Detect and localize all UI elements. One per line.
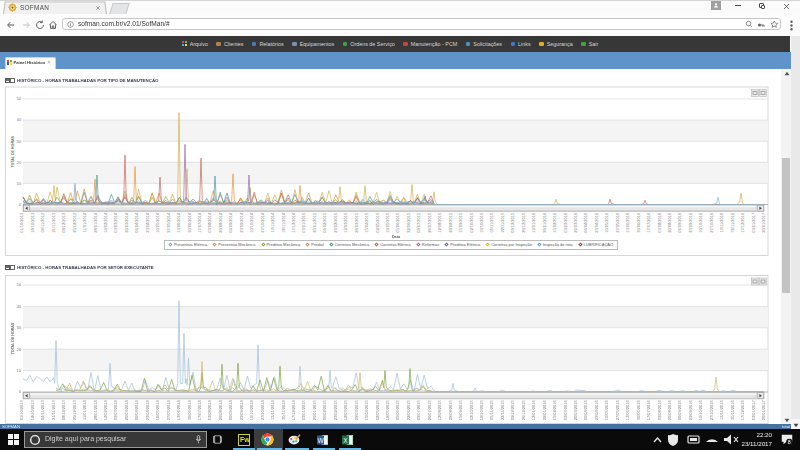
svg-text:12/01/2016: 12/01/2016 — [531, 212, 536, 233]
svg-text:02/05/2015: 02/05/2015 — [375, 400, 380, 421]
svg-text:17/12/2016: 17/12/2016 — [740, 212, 745, 233]
svg-text:22/11/2015: 22/11/2015 — [500, 400, 505, 420]
svg-text:20/08/2014: 20/08/2014 — [218, 400, 223, 421]
svg-text:03/08/2014: 03/08/2014 — [208, 212, 213, 233]
svg-text:20: 20 — [17, 161, 21, 165]
svg-text:20/08/2016: 20/08/2016 — [667, 212, 672, 233]
svg-text:27/10/2014: 27/10/2014 — [260, 212, 265, 233]
svg-text:22/06/2015: 22/06/2015 — [406, 400, 411, 421]
svg-text:17/07/2014: 17/07/2014 — [197, 212, 202, 233]
svg-text:23/04/2016: 23/04/2016 — [594, 212, 599, 233]
svg-text:17/07/2016: 17/07/2016 — [646, 400, 651, 421]
svg-text:27/10/2014: 27/10/2014 — [260, 400, 265, 421]
svg-text:03/01/2017: 03/01/2017 — [751, 400, 756, 421]
svg-text:06/04/2014: 06/04/2014 — [134, 212, 139, 233]
svg-text:20/03/2014: 20/03/2014 — [124, 212, 129, 233]
svg-text:26/12/2015: 26/12/2015 — [521, 400, 526, 421]
svg-text:12/03/2015: 12/03/2015 — [343, 212, 348, 233]
svg-text:30/06/2016: 30/06/2016 — [636, 212, 641, 233]
svg-text:02/10/2015: 02/10/2015 — [469, 212, 474, 233]
svg-text:03/01/2015: 03/01/2015 — [302, 212, 307, 233]
svg-text:03/03/2014: 03/03/2014 — [114, 212, 119, 233]
svg-text:26/07/2015: 26/07/2015 — [427, 212, 432, 233]
svg-text:TOTAL DE HORAS: TOTAL DE HORAS — [11, 135, 15, 167]
svg-text:09/12/2015: 09/12/2015 — [510, 400, 515, 421]
svg-text:27/10/2016: 27/10/2016 — [709, 400, 714, 421]
svg-text:20/03/2016: 20/03/2016 — [573, 400, 578, 421]
svg-text:20/03/2016: 20/03/2016 — [573, 212, 578, 233]
svg-text:10/05/2014: 10/05/2014 — [155, 212, 160, 233]
svg-text:29/08/2015: 29/08/2015 — [448, 400, 453, 421]
svg-text:25/12/2013: 25/12/2013 — [72, 212, 77, 233]
svg-text:29/01/2016: 29/01/2016 — [542, 212, 547, 233]
svg-text:29/03/2015: 29/03/2015 — [354, 212, 359, 233]
svg-text:15/02/2016: 15/02/2016 — [552, 212, 557, 233]
svg-text:27/05/2016: 27/05/2016 — [615, 212, 620, 233]
svg-text:23/09/2014: 23/09/2014 — [239, 400, 244, 421]
svg-text:19/05/2015: 19/05/2015 — [385, 212, 390, 233]
svg-text:20/08/2016: 20/08/2016 — [667, 400, 672, 421]
svg-text:23/09/2016: 23/09/2016 — [688, 400, 693, 421]
svg-text:13/06/2016: 13/06/2016 — [625, 212, 630, 233]
svg-text:09/12/2015: 09/12/2015 — [510, 212, 515, 233]
svg-text:14/02/2014: 14/02/2014 — [103, 400, 108, 421]
svg-text:06/04/2016: 06/04/2016 — [584, 212, 589, 233]
svg-text:15/02/2016: 15/02/2016 — [552, 400, 557, 421]
svg-text:13/11/2016: 13/11/2016 — [719, 400, 724, 420]
svg-text:11/01/2014: 11/01/2014 — [82, 400, 87, 420]
svg-text:06/02/2015: 06/02/2015 — [322, 212, 327, 233]
svg-text:09/07/2015: 09/07/2015 — [416, 212, 421, 233]
svg-text:19/10/2015: 19/10/2015 — [479, 400, 484, 421]
svg-text:8: 8 — [788, 439, 791, 445]
svg-text:15/09/2015: 15/09/2015 — [458, 212, 463, 233]
svg-text:30: 30 — [17, 326, 21, 330]
svg-text:15/04/2015: 15/04/2015 — [364, 212, 369, 233]
svg-text:03/03/2014: 03/03/2014 — [114, 400, 119, 421]
svg-text:18/10/2013: 18/10/2013 — [30, 212, 35, 233]
svg-text:02/05/2015: 02/05/2015 — [375, 212, 380, 233]
svg-text:05/06/2015: 05/06/2015 — [396, 400, 401, 421]
svg-text:25/12/2013: 25/12/2013 — [72, 400, 77, 421]
svg-text:17/07/2014: 17/07/2014 — [197, 400, 202, 421]
svg-text:23/09/2016: 23/09/2016 — [688, 212, 693, 233]
svg-text:08/12/2013: 08/12/2013 — [61, 212, 66, 233]
svg-text:17/12/2014: 17/12/2014 — [291, 400, 296, 421]
svg-text:09/07/2015: 09/07/2015 — [416, 400, 421, 421]
svg-text:27/05/2014: 27/05/2014 — [166, 212, 171, 233]
svg-text:27/05/2016: 27/05/2016 — [615, 400, 620, 421]
svg-text:20: 20 — [17, 348, 21, 352]
svg-text:03/01/2017: 03/01/2017 — [751, 212, 756, 233]
svg-text:30/06/2014: 30/06/2014 — [187, 400, 192, 421]
svg-text:22/06/2015: 22/06/2015 — [406, 212, 411, 233]
svg-text:05/11/2015: 05/11/2015 — [490, 400, 495, 420]
svg-text:26/12/2015: 26/12/2015 — [521, 212, 526, 233]
svg-text:10: 10 — [17, 182, 21, 186]
svg-text:50: 50 — [17, 283, 21, 287]
svg-text:21/11/2013: 21/11/2013 — [51, 212, 56, 232]
svg-text:23/04/2014: 23/04/2014 — [145, 212, 150, 233]
svg-text:30/11/2016: 30/11/2016 — [730, 400, 735, 420]
svg-text:03/01/2015: 03/01/2015 — [302, 400, 307, 421]
svg-text:03/03/2016: 03/03/2016 — [563, 212, 568, 233]
svg-text:17/07/2016: 17/07/2016 — [646, 212, 651, 233]
svg-text:06/09/2014: 06/09/2014 — [228, 212, 233, 233]
svg-text:06/02/2015: 06/02/2015 — [322, 400, 327, 421]
svg-text:03/03/2016: 03/03/2016 — [563, 400, 568, 421]
svg-text:23/04/2016: 23/04/2016 — [594, 400, 599, 421]
svg-text:10/05/2016: 10/05/2016 — [604, 400, 609, 421]
svg-text:0: 0 — [19, 390, 21, 394]
svg-text:23/02/2015: 23/02/2015 — [333, 400, 338, 421]
svg-text:27/05/2014: 27/05/2014 — [166, 400, 171, 421]
svg-text:40: 40 — [17, 305, 21, 309]
svg-text:12/01/2016: 12/01/2016 — [531, 400, 536, 421]
svg-text:27/10/2016: 27/10/2016 — [709, 212, 714, 233]
svg-text:04/11/2013: 04/11/2013 — [40, 400, 45, 420]
svg-text:13/06/2014: 13/06/2014 — [176, 400, 181, 421]
svg-text:29/03/2015: 29/03/2015 — [354, 400, 359, 421]
svg-text:01/10/2013: 01/10/2013 — [20, 400, 25, 421]
svg-text:19/05/2015: 19/05/2015 — [385, 400, 390, 421]
svg-text:20/01/2017: 20/01/2017 — [761, 212, 766, 233]
svg-text:30/11/2014: 30/11/2014 — [281, 212, 286, 232]
svg-text:50: 50 — [17, 97, 21, 101]
svg-text:0: 0 — [19, 203, 21, 207]
